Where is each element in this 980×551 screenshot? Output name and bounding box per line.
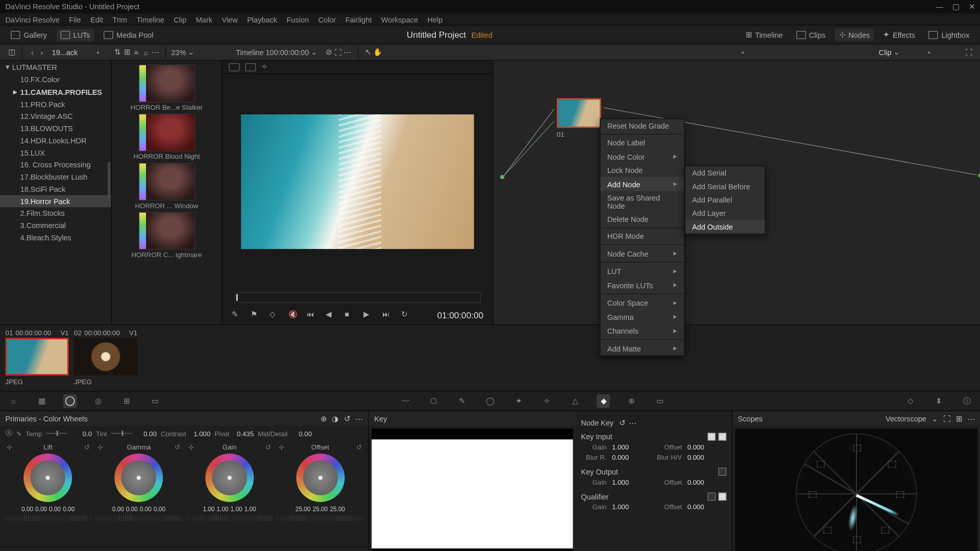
val[interactable]: 0.000 <box>612 454 636 461</box>
wheel-value[interactable]: 0.00 <box>49 506 61 513</box>
reset-icon[interactable]: ↺ <box>619 418 625 427</box>
expand-icon[interactable]: ⛶ <box>333 47 342 57</box>
chevron-down-icon[interactable]: ⌄ <box>186 47 195 57</box>
tool-camera-icon[interactable]: ⌕ <box>7 394 20 408</box>
wheel-track[interactable] <box>4 515 92 521</box>
lut-thumbnail[interactable] <box>138 114 195 152</box>
more-icon[interactable]: ⋯ <box>151 47 160 57</box>
menu-item[interactable]: Color <box>318 15 336 23</box>
wheel-value[interactable]: 1.00 <box>203 506 214 513</box>
wheel-value[interactable]: 25.00 <box>296 506 311 513</box>
menu-item[interactable]: View <box>222 15 237 23</box>
tool-3d-icon[interactable]: ▭ <box>653 394 666 408</box>
grid-icon[interactable]: ⊞ <box>956 414 962 423</box>
clip-thumbnail[interactable] <box>6 338 69 375</box>
context-menu-item[interactable]: Node Label <box>601 136 684 149</box>
val[interactable]: 0.000 <box>688 504 712 511</box>
wheel-value[interactable]: 25.00 <box>330 506 345 513</box>
menu-item[interactable]: DaVinci Resolve <box>6 15 60 23</box>
matte-icon[interactable] <box>718 433 726 441</box>
nodes-button[interactable]: ⊹Nodes <box>835 28 874 41</box>
tool-curves-icon[interactable]: 〰 <box>399 394 412 408</box>
temp-slider[interactable] <box>46 433 67 434</box>
context-menu-item[interactable]: Gamma▸ <box>601 310 684 324</box>
menu-item[interactable]: Fusion <box>286 15 309 23</box>
picker-icon[interactable]: ⊹ <box>188 443 194 451</box>
next-icon[interactable]: › <box>37 47 46 57</box>
color-wheel-gain[interactable] <box>205 454 254 502</box>
wheel-value[interactable]: 1.00 <box>231 506 242 513</box>
context-menu-item[interactable]: Node Color▸ <box>601 149 684 164</box>
hand-icon[interactable]: ✋ <box>373 47 382 57</box>
grid-icon[interactable]: ⊞ <box>122 47 131 57</box>
context-menu-item[interactable]: Favorite LUTs▸ <box>601 278 684 292</box>
reset-icon[interactable]: ↺ <box>84 443 90 451</box>
sidebar-folder[interactable]: 18.SciFi Pack <box>0 183 111 195</box>
sidebar-folder[interactable]: 4.Bleach.Styles <box>0 232 111 244</box>
more-icon[interactable]: ⋯ <box>355 414 363 423</box>
bypass-icon[interactable]: ⊘ <box>324 47 333 57</box>
tool-sizing-icon[interactable]: ⊕ <box>625 394 638 408</box>
view-mode-icon[interactable] <box>229 63 239 71</box>
tint-slider[interactable] <box>111 433 132 434</box>
flag-icon[interactable]: ⚑ <box>251 310 260 319</box>
auto-bal-icon[interactable]: Ⓐ <box>6 429 12 438</box>
context-menu-item[interactable]: Lock Node <box>601 164 684 177</box>
wheel-value[interactable]: 0.00 <box>140 506 152 513</box>
search-icon[interactable]: ⌕ <box>141 47 150 57</box>
sidebar-folder[interactable]: 13.BLOWOUTS <box>0 122 111 135</box>
more-icon[interactable]: ⋯ <box>342 47 352 57</box>
expand-icon[interactable]: ⛶ <box>964 47 973 57</box>
context-menu-item[interactable]: Add Matte▸ <box>601 341 684 356</box>
chevron-down-icon[interactable]: ⌄ <box>932 414 938 423</box>
matte-icon[interactable] <box>718 493 726 501</box>
graph-input-dot[interactable] <box>500 175 504 179</box>
context-menu-item[interactable]: Save as Shared Node <box>601 191 684 213</box>
tool-blur-icon[interactable]: △ <box>568 394 581 408</box>
reset-icon[interactable]: ↺ <box>265 443 271 451</box>
contrast-value[interactable]: 1.000 <box>190 430 211 437</box>
val[interactable]: 1.000 <box>612 443 636 451</box>
picker-icon[interactable]: ◑ <box>332 414 338 423</box>
node-graph[interactable]: 01 Reset Node GradeNode LabelNode Color▸… <box>493 61 980 324</box>
first-icon[interactable]: ⏮ <box>307 310 316 319</box>
sidebar-folder[interactable]: 2.Film.Stocks <box>0 207 111 219</box>
sidebar-toggle-icon[interactable]: ◫ <box>7 47 16 57</box>
mediapool-button[interactable]: Media Pool <box>100 29 157 41</box>
prev-icon[interactable]: ◀ <box>326 310 335 319</box>
wheel-value[interactable]: 0.00 <box>63 506 75 513</box>
wheel-value[interactable]: 0.00 <box>154 506 165 513</box>
menu-item[interactable]: Fairlight <box>346 15 372 23</box>
context-submenu-item[interactable]: Add Serial <box>685 166 765 180</box>
more-icon[interactable]: ⋯ <box>967 414 975 423</box>
chevron-down-icon[interactable]: ⌄ <box>892 47 901 57</box>
invert-icon[interactable] <box>707 493 716 501</box>
md-value[interactable]: 0.00 <box>291 430 312 437</box>
more-icon[interactable]: ⋯ <box>629 418 636 427</box>
tool-motion-icon[interactable]: ▭ <box>148 394 161 408</box>
picker-icon[interactable]: ⊹ <box>97 443 103 451</box>
tool-hdr-icon[interactable]: ◎ <box>91 394 105 408</box>
lightbox-button[interactable]: Lightbox <box>925 29 974 41</box>
tool-magic-icon[interactable]: ✧ <box>540 394 553 408</box>
reset-icon[interactable]: ↺ <box>344 414 350 423</box>
context-submenu-item[interactable]: Add Layer <box>685 207 765 220</box>
wheel-value[interactable]: 0.00 <box>35 506 47 513</box>
play-icon[interactable]: ▶ <box>363 310 373 319</box>
scope-type[interactable]: Vectorscope <box>886 414 926 423</box>
effects-button[interactable]: ✦Effects <box>879 28 919 41</box>
scrollbar-thumb[interactable] <box>108 162 110 202</box>
chevron-down-icon[interactable]: ⌄ <box>309 47 318 57</box>
sidebar-folder[interactable]: 15.LUX <box>0 147 111 159</box>
stop-icon[interactable]: ■ <box>345 310 354 319</box>
wheel-value[interactable]: 1.00 <box>244 506 256 513</box>
list-icon[interactable]: ≡ <box>132 47 141 57</box>
wand-icon[interactable]: ✧ <box>261 63 267 71</box>
sidebar-folder[interactable]: ▾LUTMASTER <box>0 61 111 73</box>
reset-icon[interactable]: ↺ <box>356 443 362 451</box>
tool-colormatch-icon[interactable]: ▦ <box>35 394 48 408</box>
tool-window-icon[interactable]: ◯ <box>483 394 497 408</box>
sidebar-folder[interactable]: 16. Cross Processing <box>0 159 111 171</box>
tool-warper-icon[interactable]: ⬡ <box>427 394 440 408</box>
tool-rgb-icon[interactable]: ⊞ <box>120 394 133 408</box>
